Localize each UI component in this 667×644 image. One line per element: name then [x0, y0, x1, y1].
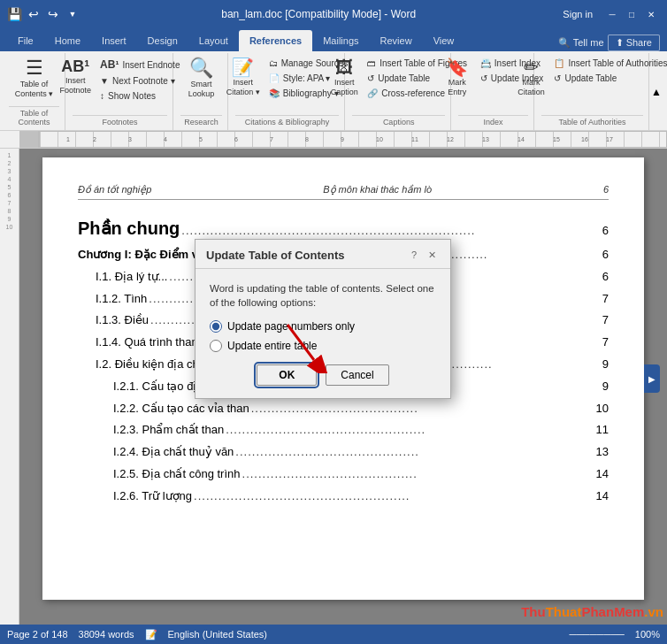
radio-page-numbers[interactable] [210, 320, 222, 333]
tab-view[interactable]: View [423, 30, 465, 51]
toc-label-8: I.2.2. Cấu tạo các vỉa than [113, 400, 249, 418]
authorities-group-content: ✏ MarkCitation 📋 Insert Table of Authori… [513, 55, 667, 115]
tab-references[interactable]: References [239, 30, 312, 51]
line-10: 10 [6, 224, 13, 230]
title-bar-left: 💾 ↩ ↪ ▼ [7, 7, 80, 21]
ribbon-group-research: 🔍 SmartLookup Research [175, 53, 228, 130]
line-6: 6 [8, 192, 12, 198]
tell-me-button[interactable]: 🔍 Tell me [558, 37, 604, 49]
smart-lookup-button[interactable]: 🔍 SmartLookup [184, 57, 219, 101]
undo-icon[interactable]: ↩ [27, 7, 41, 21]
tab-layout[interactable]: Layout [188, 30, 239, 51]
dialog-ok-button[interactable]: OK [257, 364, 317, 386]
toc-page-0: 6 [602, 222, 609, 241]
tab-home[interactable]: Home [44, 30, 91, 51]
share-button[interactable]: ⬆ Share [608, 34, 660, 51]
track-changes-icon: 📝 [145, 629, 157, 640]
authorities-small-btns: 📋 Insert Table of Authorities ↺ Update T… [550, 57, 667, 85]
update-auth-icon: ↺ [554, 73, 561, 83]
mark-citation-button[interactable]: ✏ MarkCitation [513, 57, 548, 99]
insert-caption-button[interactable]: 🖼 InsertCaption [326, 57, 362, 99]
update-table-authorities-button[interactable]: ↺ Update Table [550, 72, 667, 85]
option-entire-table[interactable]: Update entire table [210, 340, 436, 352]
close-button[interactable]: ✕ [642, 5, 660, 23]
insert-auth-icon: 📋 [554, 58, 564, 68]
toc-dots-9: ........................................… [224, 421, 595, 440]
toc-dots-0: ........................................… [180, 222, 602, 241]
insert-endnote-button[interactable]: AB¹ Insert Endnote [96, 57, 183, 73]
toc-page-12: 14 [596, 487, 609, 506]
toc-label-0: Phần chung [78, 214, 180, 242]
manage-sources-icon: 🗂 [269, 58, 278, 68]
tab-design[interactable]: Design [137, 30, 188, 51]
next-fn-label: Next Footnote ▾ [112, 76, 175, 86]
language-indicator[interactable]: English (United States) [168, 629, 268, 640]
tab-file[interactable]: File [7, 30, 44, 51]
smart-lookup-icon: 🔍 [189, 58, 213, 78]
insert-table-authorities-button[interactable]: 📋 Insert Table of Authorities [550, 57, 667, 70]
sign-in-button[interactable]: Sign in [557, 7, 598, 21]
dialog-titlebar: Update Table of Contents ? ✕ [196, 240, 450, 269]
dialog-close-button[interactable]: ✕ [424, 247, 440, 263]
caption-icon: 🖼 [335, 58, 353, 76]
tab-insert[interactable]: Insert [91, 30, 137, 51]
toc-label: Table ofContents ▾ [15, 80, 54, 99]
right-nav-button[interactable]: ▶ [644, 364, 660, 393]
ruler-mark-10: 10 [376, 136, 383, 142]
page-indicator: Page 2 of 148 [7, 629, 68, 640]
dialog-question-icon[interactable]: ? [406, 247, 422, 263]
minimize-button[interactable]: ─ [603, 5, 621, 23]
update-auth-label: Update Table [564, 73, 617, 83]
zoom-slider[interactable]: ──────── [570, 629, 625, 640]
line-2: 2 [8, 160, 12, 166]
dialog-controls: ? ✕ [406, 247, 440, 263]
customize-qat-icon[interactable]: ▼ [65, 7, 80, 21]
window-title: ban_lam.doc [Compatibility Mode] - Word [80, 8, 557, 20]
window-controls: ─ □ ✕ [603, 5, 660, 23]
ruler-mark-11: 11 [411, 136, 418, 142]
ruler-marks: 1 2 3 4 5 6 7 8 9 10 11 12 13 14 15 16 1… [40, 132, 666, 147]
footnote-icon: AB¹ [61, 58, 89, 74]
style-icon: 📄 [269, 73, 280, 83]
option-page-numbers-label: Update page numbers only [227, 320, 355, 333]
footnote-small-btns: AB¹ Insert Endnote ▼ Next Footnote ▾ ↕ S… [96, 57, 183, 103]
ruler-mark-7: 7 [270, 136, 273, 142]
insert-footnote-button[interactable]: AB¹ InsertFootnote [57, 57, 96, 97]
tab-mailings[interactable]: Mailings [312, 30, 369, 51]
next-fn-icon: ▼ [100, 76, 109, 86]
update-icon: ↺ [367, 73, 374, 83]
insert-auth-label: Insert Table of Authorities [568, 58, 667, 68]
header-page: 6 [603, 184, 609, 196]
redo-icon[interactable]: ↪ [46, 7, 60, 21]
header-right: Bộ môn khai thác hầm lò [323, 184, 432, 196]
toc-page-5: 7 [602, 334, 609, 352]
toc-label-1: Chương I: Đặc Điểm và [78, 246, 204, 264]
bibliography-icon: 📚 [269, 88, 280, 98]
option-page-numbers-only[interactable]: Update page numbers only [210, 320, 436, 333]
line-1: 1 [8, 152, 12, 158]
radio-entire-table[interactable] [210, 340, 222, 352]
show-notes-button[interactable]: ↕ Show Notes [96, 89, 183, 103]
toc-page-4: 7 [602, 311, 609, 330]
insert-citation-button[interactable]: 📝 InsertCitation ▾ [223, 57, 264, 99]
toc-dots-8: ........................................… [249, 400, 596, 418]
dialog-radio-group: Update page numbers only Update entire t… [210, 320, 436, 352]
next-footnote-button[interactable]: ▼ Next Footnote ▾ [96, 74, 183, 88]
line-9: 9 [8, 216, 12, 222]
table-of-contents-button[interactable]: ☰ Table ofContents ▾ [12, 57, 58, 101]
toc-page-8: 10 [596, 400, 609, 418]
dialog-buttons: OK Cancel [210, 364, 436, 386]
save-icon[interactable]: 💾 [7, 7, 21, 21]
tab-review[interactable]: Review [370, 30, 423, 51]
mark-entry-button[interactable]: 🔖 MarkEntry [440, 57, 475, 99]
index-group-label: Index [458, 115, 528, 128]
ribbon-group-footnotes: AB¹ InsertFootnote AB¹ Insert Endnote ▼ … [67, 53, 173, 130]
citations-group-label: Citations & Bibliography [235, 115, 339, 128]
citation-icon: 📝 [232, 58, 254, 76]
ruler-mark-15: 15 [553, 136, 560, 142]
show-notes-icon: ↕ [100, 91, 104, 101]
toc-label-3: I.1.2. Tình [96, 290, 147, 309]
header-left: Đồ án tốt nghiệp [78, 184, 151, 196]
maximize-button[interactable]: □ [623, 5, 640, 23]
dialog-cancel-button[interactable]: Cancel [326, 364, 388, 386]
